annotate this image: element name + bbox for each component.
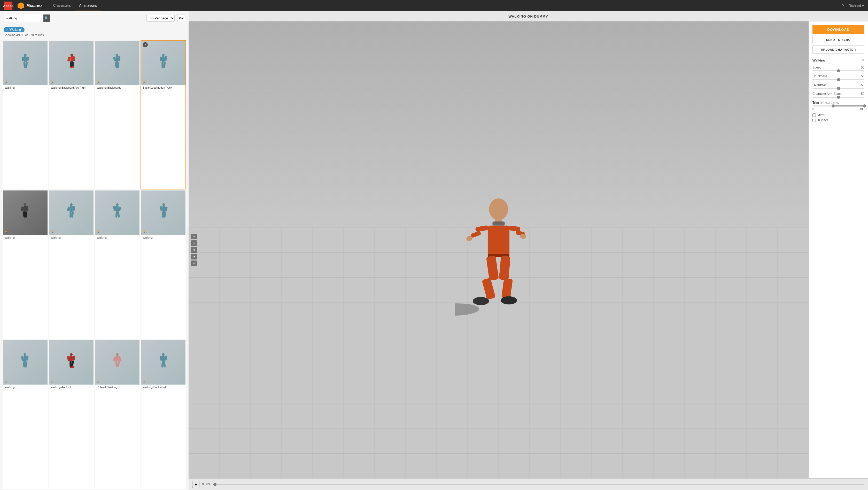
send-to-aero-button[interactable]: SEND TO AERO [812,36,864,44]
animation-grid: 🏃 Walking 🏃 [0,39,189,490]
speed-value: 50 [861,66,864,69]
zoom-out-btn[interactable]: − [191,240,197,246]
speed-label: Speed [812,66,822,69]
overdrive-param: Overdrive 50 [812,83,864,89]
animation-thumb-2: 🏃 [49,40,94,85]
animation-card-6[interactable]: 🏃 Walking [49,190,94,339]
run-icon-5: 🏃 [4,230,8,234]
run-icon-10: 🏃 [51,380,54,383]
upload-character-button[interactable]: UPLOAD CHARACTER [812,45,864,54]
anim-label-10: Walking Arc Left [49,385,94,390]
playback-bar: ▶ 0 / 63 [189,478,868,490]
user-menu[interactable]: Richard ▾ [848,4,864,8]
left-panel: 🔍 48 Per page24 Per page96 Per page ⚙▾ ×… [0,11,189,490]
filter-tags-area: × "Walking" [0,25,189,33]
character-3d [455,196,542,325]
svg-rect-22 [160,57,162,61]
animation-thumb-5: 🏃 [3,190,48,235]
viewport-3d[interactable]: + − ✥ ⟳ ☀ [189,22,809,478]
anim-label-5: Walking [3,235,48,241]
svg-rect-15 [116,56,118,62]
mirror-label[interactable]: Mirror [817,113,826,117]
mirror-row: Mirror [812,113,864,117]
overdrive-slider[interactable] [812,88,864,89]
filter-tag-walking[interactable]: × "Walking" [4,27,25,32]
svg-rect-2 [22,56,24,61]
search-input[interactable] [6,16,43,20]
trim-label: Trim [812,101,819,104]
search-button[interactable]: 🔍 [43,14,50,22]
animation-card-1[interactable]: 🏃 Walking [3,40,48,189]
per-page-select[interactable]: 48 Per page24 Per page96 Per page [147,15,175,22]
pan-btn[interactable]: ✥ [191,247,197,253]
svg-rect-89 [486,255,499,280]
animation-thumb-10: 🏃 [49,340,94,385]
anim-label-2: Walking Backward Arc Right [49,85,94,91]
svg-rect-58 [67,356,70,361]
in-place-label[interactable]: In Place [817,118,829,122]
animation-card-8[interactable]: 🏃 Walking [141,190,186,339]
animation-card-3[interactable]: 🏃 Walking Backwards [95,40,140,189]
zoom-in-btn[interactable]: + [191,234,197,239]
mixamo-logo: Mixamo [18,2,42,9]
arm-space-slider[interactable] [812,97,864,98]
svg-rect-81 [488,225,509,256]
grid-settings-button[interactable]: ⚙▾ [177,14,185,22]
animation-thumb-1: 🏃 [3,40,48,85]
svg-point-6 [70,54,73,56]
svg-rect-8 [67,56,70,62]
speed-slider[interactable] [812,70,864,71]
svg-point-64 [116,353,119,356]
run-icon-8: 🏃 [142,230,146,234]
run-icon-9: 🏃 [4,380,8,383]
playback-scrubber[interactable] [215,484,864,485]
animation-card-7[interactable]: 🏃 Walking [95,190,140,339]
animation-card-11[interactable]: 🏃 Catwalk Walking [95,340,140,489]
adobe-logo: Adobe [4,2,12,10]
svg-rect-52 [21,356,24,361]
params-close-btn[interactable]: × [862,58,864,63]
nav-characters[interactable]: Characters [49,0,75,11]
in-place-checkbox[interactable] [812,119,816,122]
animation-card-4[interactable]: 7 🏃 Basic Locomotion Pack [141,40,186,189]
reset-btn[interactable]: ⟳ [191,254,197,259]
animation-card-2[interactable]: 🏃 Walking Backward Arc Right [49,40,94,189]
nav-animations[interactable]: Animations [75,0,101,11]
svg-rect-17 [118,56,121,61]
svg-point-44 [162,204,165,206]
svg-rect-96 [505,297,514,302]
svg-rect-40 [113,206,116,211]
svg-point-0 [24,54,27,56]
pack-badge-4: 7 [143,42,148,47]
run-icon-2: 🏃 [51,80,54,84]
svg-rect-5 [25,62,28,68]
frame-counter: 0 / 63 [202,483,212,486]
trim-start-value: 0 [812,108,814,111]
anim-label-3: Walking Backwards [95,85,140,91]
svg-rect-45 [162,206,165,212]
help-icon[interactable]: ? [842,3,844,8]
arm-space-label: Character Arm-Space [812,92,842,96]
svg-rect-19 [117,62,119,68]
svg-rect-53 [26,356,29,361]
svg-rect-72 [160,356,162,361]
anim-label-4: Basic Locomotion Pack [141,85,185,91]
speed-thumb [837,69,840,72]
svg-rect-23 [164,56,167,61]
light-btn[interactable]: ☀ [191,261,197,266]
trim-slider[interactable] [812,105,864,106]
mirror-checkbox[interactable] [812,114,816,117]
download-button[interactable]: DOWNLOAD [812,25,864,34]
svg-point-26 [24,204,26,206]
trim-right-handle[interactable] [863,104,866,108]
trim-left-handle[interactable] [832,104,835,108]
animation-card-5[interactable]: 🏃 Walking [3,190,48,339]
search-bar: 🔍 48 Per page24 Per page96 Per page ⚙▾ [0,11,189,25]
anim-label-12: Walking Backward [141,385,185,390]
animation-card-10[interactable]: 🏃 Walking Arc Left [49,340,94,489]
animation-card-12[interactable]: 🏃 Walking Backward [141,340,186,489]
animation-card-9[interactable]: 🏃 Walking [3,340,48,489]
drunkness-slider[interactable] [812,79,864,80]
svg-rect-35 [72,206,75,211]
play-button[interactable]: ▶ [192,481,199,488]
